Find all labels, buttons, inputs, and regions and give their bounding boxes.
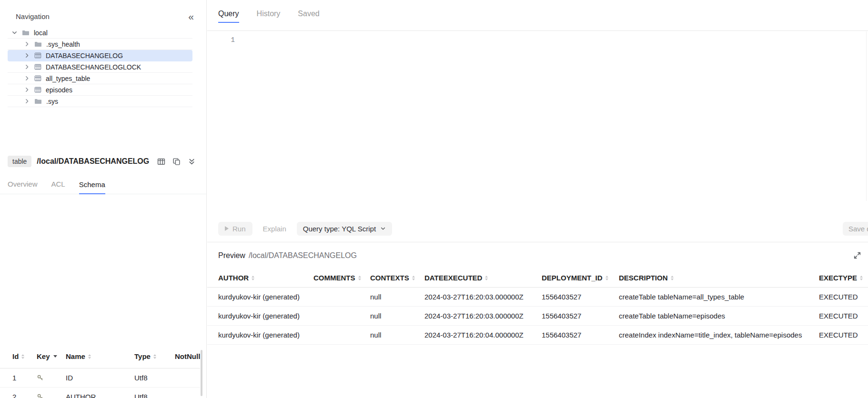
cell-contexts: null bbox=[370, 293, 424, 301]
tree-item-databasechangeloglock[interactable]: DATABASECHANGELOGLOCK bbox=[8, 61, 192, 73]
collapse-summary-icon[interactable] bbox=[188, 158, 196, 166]
tree-item-sys[interactable]: .sys bbox=[8, 96, 192, 107]
schema-col-name[interactable]: Name bbox=[66, 352, 134, 360]
preview-col-comments[interactable]: COMMENTS bbox=[313, 274, 370, 282]
cell-description: createTable tableName=all_types_table bbox=[619, 293, 819, 301]
query-controls: Run Explain Query type: YQL Script Save … bbox=[207, 215, 868, 242]
chevron-down-icon[interactable] bbox=[11, 30, 18, 36]
column-label: Name bbox=[66, 352, 85, 360]
cell-type: Utf8 bbox=[134, 374, 175, 382]
open-preview-icon[interactable] bbox=[157, 158, 165, 166]
schema-col-notnull[interactable]: NotNull bbox=[175, 352, 200, 360]
sort-icon bbox=[485, 276, 488, 280]
navigation-header: Navigation « bbox=[0, 0, 206, 20]
preview-col-deployment-id[interactable]: DEPLOYMENT_ID bbox=[542, 274, 619, 282]
table-icon bbox=[34, 52, 41, 59]
sort-icon bbox=[860, 276, 863, 280]
object-tabs: Overview ACL Schema bbox=[0, 172, 206, 194]
cell-deployment-id: 1556403527 bbox=[542, 312, 619, 320]
tab-schema[interactable]: Schema bbox=[79, 180, 105, 194]
column-label: CONTEXTS bbox=[370, 274, 409, 282]
cell-id: 1 bbox=[12, 374, 37, 382]
schema-col-type[interactable]: Type bbox=[134, 352, 175, 360]
object-actions bbox=[157, 158, 196, 166]
cell-type: Utf8 bbox=[134, 393, 175, 398]
table-icon bbox=[34, 75, 41, 82]
chevron-right-icon[interactable] bbox=[24, 64, 30, 70]
tree-item-label: DATABASECHANGELOG bbox=[46, 52, 123, 60]
schema-col-key[interactable]: Key bbox=[37, 352, 66, 360]
query-type-dropdown[interactable]: Query type: YQL Script bbox=[297, 222, 392, 236]
tree-item-all-types-table[interactable]: all_types_table bbox=[8, 73, 192, 84]
preview-col-description[interactable]: DESCRIPTION bbox=[619, 274, 819, 282]
column-label: Type bbox=[134, 352, 151, 360]
sort-icon bbox=[88, 354, 91, 359]
column-label: AUTHOR bbox=[218, 274, 249, 282]
editor-scrollbar[interactable] bbox=[866, 31, 867, 201]
preview-col-contexts[interactable]: CONTEXTS bbox=[370, 274, 424, 282]
explain-button[interactable]: Explain bbox=[261, 222, 288, 236]
tree-item-label: DATABASECHANGELOGLOCK bbox=[46, 63, 141, 71]
tree-item-label: all_types_table bbox=[46, 75, 90, 82]
key-icon bbox=[37, 374, 66, 381]
preview-title: Preview bbox=[218, 251, 245, 260]
cell-deployment-id: 1556403527 bbox=[542, 293, 619, 301]
save-query-button[interactable]: Save query bbox=[843, 222, 868, 236]
chevron-right-icon[interactable] bbox=[24, 41, 30, 47]
cell-description: createIndex indexName=title_index, table… bbox=[619, 331, 819, 339]
preview-row: kurdyukov-kir (generated) null 2024-03-2… bbox=[207, 326, 868, 345]
chevron-right-icon[interactable] bbox=[24, 75, 30, 81]
key-icon bbox=[37, 393, 66, 398]
tab-saved[interactable]: Saved bbox=[298, 10, 319, 22]
query-panel: Query History Saved 1 Run Explain Query … bbox=[207, 0, 868, 398]
column-label: COMMENTS bbox=[313, 274, 355, 282]
tab-query[interactable]: Query bbox=[218, 10, 239, 23]
copy-path-icon[interactable] bbox=[172, 158, 181, 166]
schema-scrollbar[interactable] bbox=[201, 350, 202, 396]
preview-col-author[interactable]: AUTHOR bbox=[218, 274, 313, 282]
run-button-label: Run bbox=[232, 225, 246, 233]
column-label: Key bbox=[37, 352, 50, 360]
preview-table-header: AUTHOR COMMENTS CONTEXTS DATEEXECUTED DE… bbox=[207, 269, 868, 288]
folder-icon bbox=[34, 40, 42, 48]
cell-author: kurdyukov-kir (generated) bbox=[218, 312, 313, 320]
sort-icon bbox=[358, 276, 361, 280]
navigation-title: Navigation bbox=[16, 12, 50, 20]
fullscreen-icon[interactable] bbox=[853, 251, 861, 259]
chevron-right-icon[interactable] bbox=[24, 87, 30, 93]
preview-row: kurdyukov-kir (generated) null 2024-03-2… bbox=[207, 288, 868, 307]
cell-name: ID bbox=[66, 374, 134, 382]
tree-item-label: local bbox=[34, 29, 48, 37]
table-icon bbox=[34, 86, 41, 93]
tab-overview[interactable]: Overview bbox=[8, 180, 38, 194]
tree-item-databasechangelog[interactable]: DATABASECHANGELOG bbox=[8, 50, 192, 61]
preview-col-dateexecuted[interactable]: DATEEXECUTED bbox=[424, 274, 542, 282]
run-button[interactable]: Run bbox=[218, 222, 252, 236]
tree-item-sys-health[interactable]: .sys_health bbox=[8, 39, 192, 50]
cell-dateexecuted: 2024-03-27T16:20:03.000000Z bbox=[424, 312, 542, 320]
cell-deployment-id: 1556403527 bbox=[542, 331, 619, 339]
dropdown-caret-icon bbox=[53, 355, 57, 358]
schema-row: 2 AUTHOR Utf8 bbox=[0, 388, 200, 398]
tab-history[interactable]: History bbox=[257, 10, 281, 22]
tab-acl[interactable]: ACL bbox=[51, 180, 65, 194]
cell-exectype: EXECUTED bbox=[819, 312, 868, 320]
column-label: Id bbox=[12, 352, 19, 360]
tree-item-local[interactable]: local bbox=[8, 27, 192, 39]
preview-path: /local/DATABASECHANGELOG bbox=[249, 251, 357, 260]
column-label: DATEEXECUTED bbox=[424, 274, 482, 282]
schema-table: Id Key Name Type NotNull 1 ID Utf8 2 AUT… bbox=[0, 345, 200, 398]
tree-item-episodes[interactable]: episodes bbox=[8, 84, 192, 96]
cell-dateexecuted: 2024-03-27T16:20:04.000000Z bbox=[424, 331, 542, 339]
chevron-right-icon[interactable] bbox=[24, 52, 30, 59]
sort-icon bbox=[412, 276, 415, 280]
query-editor[interactable]: 1 bbox=[207, 31, 868, 215]
collapse-panel-icon[interactable]: « bbox=[188, 13, 194, 20]
column-label: DESCRIPTION bbox=[619, 274, 668, 282]
preview-col-exectype[interactable]: EXECTYPE bbox=[819, 274, 868, 282]
cell-exectype: EXECUTED bbox=[819, 331, 868, 339]
schema-col-id[interactable]: Id bbox=[12, 352, 37, 360]
chevron-right-icon[interactable] bbox=[24, 98, 30, 104]
column-label: EXECTYPE bbox=[819, 274, 857, 282]
cell-id: 2 bbox=[12, 393, 37, 398]
